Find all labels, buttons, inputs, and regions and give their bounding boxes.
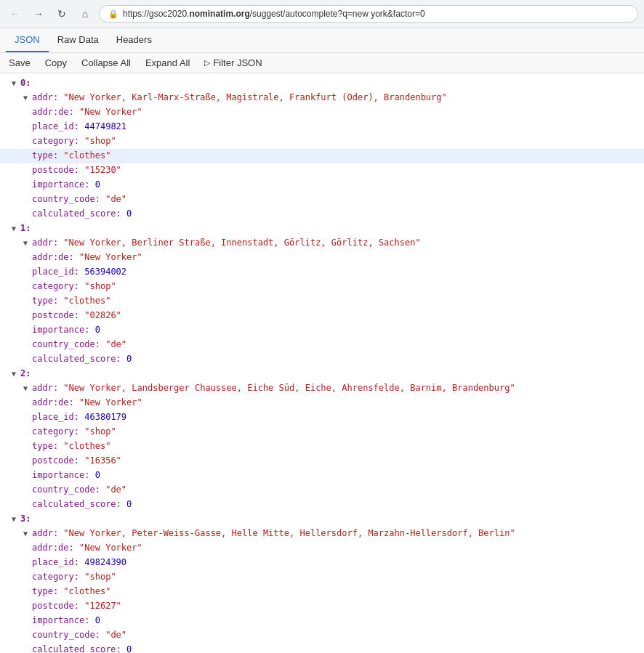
key-prop: addr:de:: [32, 105, 74, 119]
toggle-arrow[interactable]: ▼: [23, 238, 32, 249]
key-prop: type:: [32, 149, 58, 163]
json-toolbar: Save Copy Collapse All Expand All ▷ Filt…: [0, 53, 644, 73]
table-row: ▼postcode: "02826": [0, 309, 644, 323]
url-domain: nominatim.org: [189, 9, 249, 19]
val-number: 46380179: [84, 410, 126, 424]
key-prop: country_code:: [32, 628, 100, 642]
val-string: "clothes": [63, 585, 110, 599]
table-row: ▼3:: [0, 512, 644, 527]
key-prop: calculated_score:: [32, 352, 121, 366]
table-row: ▼addr: "New Yorker, Karl-Marx-Straße, Ma…: [0, 91, 644, 105]
val-zero: 0: [95, 178, 100, 192]
key-prop: postcode:: [32, 163, 79, 177]
table-row: ▼calculated_score: 0: [0, 207, 644, 222]
key-prop: importance:: [32, 614, 89, 628]
url-text: https://gsoc2020.nominatim.org/suggest/a…: [123, 9, 425, 19]
table-row: ▼importance: 0: [0, 323, 644, 338]
browser-toolbar: ← → ↻ ⌂ 🔒 https://gsoc2020.nominatim.org…: [0, 0, 644, 28]
toggle-arrow[interactable]: ▼: [23, 92, 32, 104]
table-row: ▼place_id: 56394002: [0, 265, 644, 280]
collapse-all-button[interactable]: Collapse All: [79, 56, 134, 70]
table-row: ▼calculated_score: 0: [0, 498, 644, 512]
val-string: "New Yorker, Berliner Straße, Innenstadt…: [63, 236, 420, 250]
reload-button[interactable]: ↻: [52, 4, 71, 23]
save-button[interactable]: Save: [6, 56, 33, 70]
key-prop: place_id:: [32, 556, 79, 569]
home-button[interactable]: ⌂: [76, 4, 94, 23]
val-string: "16356": [84, 454, 121, 468]
table-row: ▼calculated_score: 0: [0, 352, 644, 367]
val-zero: 0: [95, 469, 100, 482]
toggle-arrow[interactable]: ▼: [12, 368, 20, 380]
table-row: ▼importance: 0: [0, 614, 644, 628]
toggle-arrow[interactable]: ▼: [23, 383, 32, 394]
table-row: ▼addr:de: "New Yorker": [0, 251, 644, 265]
table-row: ▼type: "clothes": [0, 149, 644, 163]
key-prop: importance:: [32, 178, 89, 192]
val-zero: 0: [126, 643, 132, 653]
val-string: "shop": [84, 134, 116, 148]
key-prop: country_code:: [32, 338, 100, 352]
filter-json-button[interactable]: ▷ Filter JSON: [201, 56, 265, 70]
expand-all-button[interactable]: Expand All: [142, 56, 193, 70]
val-number: 56394002: [84, 265, 126, 279]
url-path: /suggest/autocomplete?q=new york&factor=…: [250, 9, 425, 19]
val-string: "New Yorker, Peter-Weiss-Gasse, Helle Mi…: [63, 527, 515, 540]
table-row: ▼addr: "New Yorker, Peter-Weiss-Gasse, H…: [0, 527, 644, 541]
toggle-arrow[interactable]: ▼: [23, 528, 32, 540]
forward-button[interactable]: →: [29, 4, 48, 23]
url-prefix: https://gsoc2020.: [123, 9, 189, 19]
table-row: ▼place_id: 44749821: [0, 120, 644, 134]
tab-raw-data[interactable]: Raw Data: [49, 28, 108, 52]
table-row: ▼place_id: 46380179: [0, 410, 644, 425]
table-row: ▼importance: 0: [0, 178, 644, 192]
toggle-arrow[interactable]: ▼: [12, 514, 20, 525]
val-string: "de": [105, 192, 126, 206]
key-index: 0:: [20, 76, 31, 90]
table-row: ▼addr: "New Yorker, Landsberger Chaussee…: [0, 381, 644, 396]
key-prop: addr:de:: [32, 396, 74, 410]
table-row: ▼2:: [0, 367, 644, 381]
key-prop: country_code:: [32, 192, 100, 206]
tab-headers[interactable]: Headers: [108, 28, 161, 52]
table-row: ▼type: "clothes": [0, 294, 644, 309]
val-zero: 0: [126, 352, 132, 366]
table-row: ▼addr: "New Yorker, Berliner Straße, Inn…: [0, 236, 644, 251]
key-prop: importance:: [32, 469, 89, 482]
table-row: ▼category: "shop": [0, 280, 644, 294]
back-button[interactable]: ←: [6, 4, 25, 23]
key-prop: addr:: [32, 91, 58, 105]
filter-icon: ▷: [204, 58, 210, 68]
toggle-arrow[interactable]: ▼: [12, 78, 20, 89]
devtools-tabs: JSON Raw Data Headers: [0, 28, 644, 53]
key-prop: postcode:: [32, 454, 79, 468]
key-prop: category:: [32, 134, 79, 148]
key-prop: category:: [32, 425, 79, 439]
table-row: ▼type: "clothes": [0, 585, 644, 599]
table-row: ▼addr:de: "New Yorker": [0, 541, 644, 556]
val-zero: 0: [95, 614, 100, 628]
table-row: ▼country_code: "de": [0, 192, 644, 207]
key-prop: postcode:: [32, 309, 79, 323]
tab-json[interactable]: JSON: [6, 28, 49, 52]
val-string: "02826": [84, 309, 121, 323]
copy-button[interactable]: Copy: [42, 56, 70, 70]
table-row: ▼country_code: "de": [0, 483, 644, 498]
val-string: "clothes": [63, 294, 110, 308]
address-bar: 🔒 https://gsoc2020.nominatim.org/suggest…: [99, 5, 638, 23]
table-row: ▼addr:de: "New Yorker": [0, 105, 644, 120]
key-prop: place_id:: [32, 120, 79, 134]
key-prop: addr:: [32, 381, 58, 395]
toggle-arrow[interactable]: ▼: [12, 223, 20, 235]
key-prop: country_code:: [32, 483, 100, 497]
lock-icon: 🔒: [108, 9, 118, 19]
val-string: "New Yorker": [79, 105, 142, 119]
key-prop: addr:de:: [32, 541, 74, 555]
table-row: ▼country_code: "de": [0, 338, 644, 352]
table-row: ▼country_code: "de": [0, 628, 644, 643]
json-viewer: ▼0:▼addr: "New Yorker, Karl-Marx-Straße,…: [0, 73, 644, 653]
key-prop: type:: [32, 294, 58, 308]
table-row: ▼1:: [0, 222, 644, 236]
key-prop: calculated_score:: [32, 207, 121, 221]
val-string: "shop": [84, 570, 116, 584]
